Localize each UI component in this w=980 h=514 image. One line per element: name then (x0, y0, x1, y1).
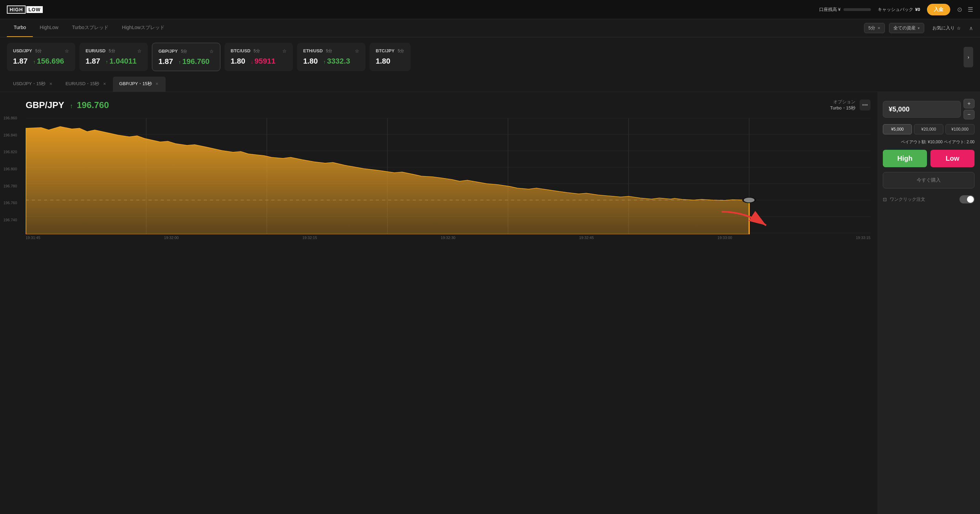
asset-card-btcjpy[interactable]: BTC/JPY 5分 1.80 (369, 43, 410, 71)
x-label: 19:32:30 (441, 236, 455, 240)
balance-value (843, 8, 871, 11)
asset-filter-chevron[interactable]: ▾ (918, 26, 920, 30)
chart-pair: GBP/JPY (25, 100, 64, 110)
chart-tab-label: USD/JPY・15秒 (13, 81, 46, 87)
multiplier: 1.80 (231, 57, 245, 66)
pair-name: GBP/JPY (158, 49, 178, 54)
pair-period: 5分 (253, 49, 260, 53)
chart-tab-close-icon[interactable]: ✕ (155, 81, 159, 86)
x-label: 19:32:15 (302, 236, 317, 240)
asset-filter-label: 全ての資産 (893, 25, 916, 31)
asset-card-btcusd[interactable]: BTC/USD 5分 ☆ 1.80 ↓95911 (224, 43, 293, 71)
y-axis-labels: 196.860 196.840 196.820 196.800 196.780 … (3, 116, 22, 222)
chart-arrow-icon: ↑ (70, 103, 73, 109)
header: HIGH LOW 口座残高 ¥ キャッシュバック ¥0 入金 ⊙ ☰ (0, 0, 980, 19)
tab-turbo-spread[interactable]: Turboスプレッド (65, 19, 115, 37)
favorite-label: お気に入り (932, 25, 955, 31)
deposit-button[interactable]: 入金 (927, 4, 950, 15)
main-content: › GBP/JPY ↑ 196.760 オプション Turbo・15秒 ••• … (0, 92, 980, 514)
favorite-star-icon[interactable]: ☆ (355, 48, 359, 54)
y-label: 196.740 (3, 218, 22, 222)
pair-name: USD/JPY (13, 48, 32, 53)
asset-card-eurusd[interactable]: EUR/USD 5分 ☆ 1.87 ↑1.04011 (80, 43, 148, 71)
chart-tab-usdjpy[interactable]: USD/JPY・15秒 ✕ (7, 76, 59, 92)
preset-20000-button[interactable]: ¥20,000 (914, 124, 943, 135)
one-click-label: ⊡ ワンクリック注文 (883, 196, 925, 203)
preset-100000-button[interactable]: ¥100,000 (945, 124, 975, 135)
one-click-text: ワンクリック注文 (890, 196, 925, 203)
favorite-star-icon[interactable]: ☆ (65, 48, 69, 54)
one-click-toggle[interactable] (959, 195, 975, 203)
location-icon[interactable]: ⊙ (957, 6, 962, 13)
payout-ratio-label: ペイアウト: (944, 140, 967, 144)
logo-low: LOW (26, 6, 43, 13)
y-label: 196.820 (3, 150, 22, 154)
tab-turbo[interactable]: Turbo (7, 19, 33, 37)
chart-tab-eurusd[interactable]: EUR/USD・15秒 ✕ (59, 76, 113, 92)
main-tabs-left: Turbo HighLow Turboスプレッド HighLowスプレッド (7, 19, 172, 37)
option-value: Turbo・15秒 (830, 105, 856, 111)
chart-header-right: オプション Turbo・15秒 ••• (830, 99, 870, 111)
price: ↑3332.3 (323, 57, 350, 66)
period-filter[interactable]: 5分 ✕ (864, 23, 885, 33)
chart-price: ↑ 196.760 (70, 100, 109, 110)
right-panel: ¥5,000 + − ¥5,000 ¥20,000 ¥100,000 ペイアウト… (877, 92, 980, 514)
asset-card-gbpjpy[interactable]: GBP/JPY 5分 ☆ 1.87 ↑196.760 (152, 43, 220, 71)
chart-svg (25, 118, 870, 234)
asset-cards: USD/JPY 5分 ☆ 1.87 ↑156.696 EUR/USD 5分 ☆ … (0, 37, 980, 76)
y-label: 196.780 (3, 184, 22, 188)
cards-next-button[interactable]: › (964, 47, 973, 67)
favorite-star-icon[interactable]: ☆ (209, 49, 214, 54)
favorite-star-icon: ☆ (957, 25, 961, 31)
tab-highlow[interactable]: HighLow (33, 19, 65, 37)
cashback-section: キャッシュバック ¥0 (878, 6, 920, 13)
preset-5000-button[interactable]: ¥5,000 (883, 124, 912, 135)
more-button[interactable]: ••• (859, 100, 870, 111)
x-label: 19:33:00 (718, 236, 732, 240)
chart-tab-label: EUR/USD・15秒 (65, 81, 99, 87)
svg-point-15 (743, 197, 755, 203)
x-axis-labels: 19:31:45 19:32:00 19:32:15 19:32:30 19:3… (25, 234, 870, 240)
balance-section: 口座残高 ¥ (819, 6, 871, 13)
amount-input-row: ¥5,000 + − (883, 99, 975, 119)
period-close-icon[interactable]: ✕ (877, 26, 880, 30)
menu-icon[interactable]: ☰ (968, 6, 973, 13)
one-click-row: ⊡ ワンクリック注文 (883, 193, 975, 203)
y-label: 196.800 (3, 167, 22, 171)
chart-tab-gbpjpy[interactable]: GBP/JPY・15秒 ✕ (113, 76, 165, 92)
logo-high: HIGH (7, 5, 25, 14)
logo[interactable]: HIGH LOW (7, 5, 43, 14)
asset-card-usdjpy[interactable]: USD/JPY 5分 ☆ 1.87 ↑156.696 (7, 43, 75, 71)
favorite-filter[interactable]: お気に入り ☆ (928, 23, 965, 33)
high-button[interactable]: High (883, 150, 927, 167)
favorite-star-icon[interactable]: ☆ (282, 48, 287, 54)
amount-decrease-button[interactable]: − (964, 110, 975, 119)
multiplier: 1.87 (13, 57, 28, 66)
x-label: 19:32:00 (164, 236, 179, 240)
pair-name: BTC/JPY (376, 48, 395, 53)
multiplier: 1.80 (376, 57, 390, 66)
x-label: 19:31:45 (25, 236, 40, 240)
x-label: 19:32:45 (579, 236, 594, 240)
buy-now-button[interactable]: 今すぐ購入 (883, 172, 975, 189)
chart-pair-info: GBP/JPY ↑ 196.760 (25, 100, 109, 111)
payout-amount-value: ¥10,000 (928, 140, 942, 144)
asset-filter[interactable]: 全ての資産 ▾ (889, 23, 924, 33)
y-label: 196.760 (3, 201, 22, 205)
low-button[interactable]: Low (931, 150, 975, 167)
header-right: 口座残高 ¥ キャッシュバック ¥0 入金 ⊙ ☰ (819, 4, 973, 15)
asset-card-ethusd[interactable]: ETH/USD 5分 ☆ 1.80 ↑3332.3 (297, 43, 366, 71)
price: ↑156.696 (33, 57, 64, 66)
collapse-button[interactable]: ∧ (969, 25, 973, 32)
price: ↓95911 (251, 57, 275, 66)
cashback-label: キャッシュバック (878, 6, 913, 13)
tab-highlow-spread[interactable]: HighLowスプレッド (115, 19, 172, 37)
amount-increase-button[interactable]: + (964, 99, 975, 108)
payout-info: ペイアウト額: ¥10,000 ペイアウト: 2.00 (883, 139, 975, 145)
one-click-icon: ⊡ (883, 197, 887, 202)
chart-tab-close-icon[interactable]: ✕ (102, 81, 107, 86)
chart-tab-close-icon[interactable]: ✕ (48, 81, 53, 86)
amount-display: ¥5,000 (883, 101, 961, 117)
favorite-star-icon[interactable]: ☆ (137, 48, 142, 54)
pair-name: BTC/USD (231, 48, 250, 53)
